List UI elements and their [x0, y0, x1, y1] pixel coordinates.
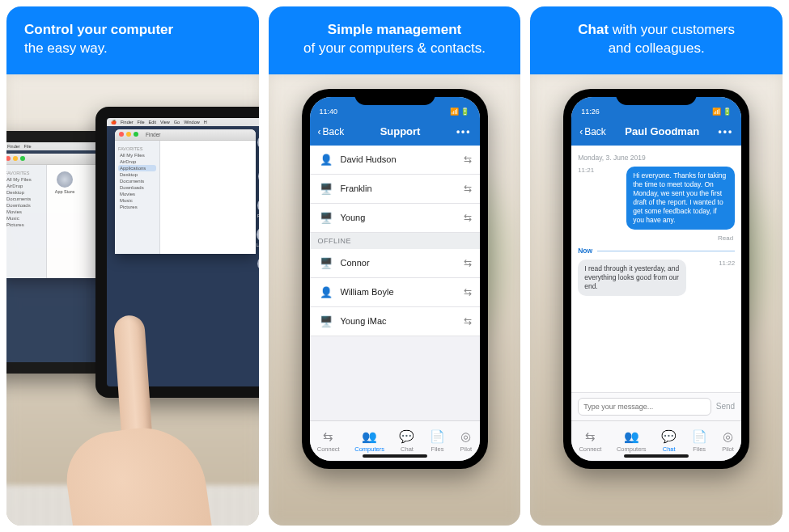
dock-item: Launchpad: [257, 226, 259, 247]
connect-icon: ⇆: [585, 429, 596, 444]
panel-2-body: 11:40 📶 🔋 ‹ Back Support ••• 👤 David Hud…: [269, 74, 521, 526]
message-input[interactable]: [578, 398, 711, 416]
tab-chat[interactable]: 💬Chat: [661, 429, 677, 453]
app-icon: App Store: [53, 171, 76, 194]
tab-connect[interactable]: ⇆Connect: [317, 429, 340, 453]
list-item[interactable]: 👤 William Boyle ⇆: [310, 278, 480, 307]
banner-2-strong: Simple management: [328, 22, 461, 37]
banner-3: Chat with your customers and colleagues.: [530, 6, 783, 74]
out-time: 11:21: [578, 167, 594, 174]
finder-sidebar: FAVORITES All My Files AirDrop Desktop D…: [6, 165, 47, 278]
list-item[interactable]: 🖥️ Franklin ⇆: [310, 175, 480, 204]
pilot-icon: ◎: [460, 429, 471, 444]
close-icon: [119, 132, 124, 137]
offline-header: OFFLINE: [310, 233, 480, 249]
status-time: 11:26: [581, 108, 600, 116]
phone-mock-3: 11:26 📶 🔋 ‹ Back Paul Goodman ••• Monday…: [563, 89, 749, 469]
menubar-front: 🍎 Finder File Edit View Go Window H: [107, 118, 259, 126]
dock-item: FaceTime: [257, 197, 259, 218]
connect-icon[interactable]: ⇆: [464, 183, 472, 194]
more-icon[interactable]: •••: [456, 126, 472, 137]
minimize-icon: [13, 156, 18, 161]
monitor-icon: 🖥️: [318, 255, 334, 271]
finder-window-front: Finder FAVORITES All My Files AirDrop Ap…: [115, 129, 256, 254]
monitor-icon: 🖥️: [318, 209, 334, 226]
message-outgoing: Hi everyone. Thanks for taking the time …: [626, 167, 735, 230]
dock-item: Chess: [258, 168, 259, 189]
tab-computers[interactable]: 👥Computers: [354, 429, 384, 453]
tab-files[interactable]: 📄Files: [430, 429, 445, 453]
send-button[interactable]: Send: [716, 402, 735, 411]
status-icons: 📶 🔋: [450, 108, 470, 116]
pilot-icon: ◎: [723, 429, 733, 444]
minimize-icon: [126, 132, 131, 137]
banner-3-strong: Chat: [578, 22, 609, 37]
status-icons: 📶 🔋: [712, 108, 732, 116]
panel-control: Control your computer the easy way. 🍎 Fi…: [6, 6, 259, 526]
list-item[interactable]: 👤 David Hudson ⇆: [310, 146, 480, 175]
connect-icon[interactable]: ⇆: [464, 286, 472, 298]
computers-icon: 👥: [624, 429, 639, 444]
close-icon: [6, 156, 11, 161]
list-item[interactable]: 🖥️ Young ⇆: [310, 204, 480, 233]
banner-1-rest: the easy way.: [24, 40, 108, 56]
connect-icon[interactable]: ⇆: [464, 154, 472, 165]
chat-area[interactable]: Monday, 3. June 2019 11:21 Hi everyone. …: [571, 146, 741, 392]
status-time: 11:40: [320, 108, 338, 116]
notch: [616, 89, 697, 105]
dock-column: App Store Chess FaceTime Launchpad Photo…: [257, 134, 259, 370]
navbar-title: Support: [380, 125, 421, 137]
monitor-icon: 🖥️: [318, 313, 334, 329]
list-item[interactable]: 🖥️ Connor ⇆: [310, 249, 480, 278]
connect-icon[interactable]: ⇆: [464, 257, 472, 268]
banner-2-rest: of your computers & contacts.: [303, 40, 486, 56]
finder-titlebar-front: Finder: [115, 129, 256, 141]
connect-icon[interactable]: ⇆: [464, 315, 472, 327]
zoom-icon: [134, 132, 138, 137]
chat-icon: 💬: [399, 429, 414, 444]
navbar-title: Paul Goodman: [625, 125, 699, 137]
finder-content-front: [160, 141, 256, 254]
banner-3-rest: and colleagues.: [609, 40, 705, 56]
navbar: ‹ Back Support •••: [310, 118, 480, 146]
computers-icon: 👥: [362, 429, 377, 444]
panel-3-body: 11:26 📶 🔋 ‹ Back Paul Goodman ••• Monday…: [530, 74, 783, 526]
palm: [61, 420, 219, 526]
tab-pilot[interactable]: ◎Pilot: [460, 429, 473, 453]
list-item[interactable]: 🖥️ Young iMac ⇆: [310, 307, 480, 336]
banner-1: Control your computer the easy way.: [6, 6, 259, 74]
more-icon[interactable]: •••: [719, 126, 734, 137]
panel-management: Simple management of your computers & co…: [269, 6, 521, 526]
read-receipt: Read: [578, 234, 733, 242]
panel-1-body: 🍎 Finder File FAVORITES All My Files: [6, 74, 259, 526]
home-indicator: [363, 454, 427, 458]
phone-mock-2: 11:40 📶 🔋 ‹ Back Support ••• 👤 David Hud…: [302, 89, 488, 469]
banner-2: Simple management of your computers & co…: [269, 6, 521, 74]
composer: Send: [571, 392, 741, 420]
navbar: ‹ Back Paul Goodman •••: [571, 118, 741, 146]
in-time: 11:22: [719, 260, 735, 267]
dock-item: Photo Booth: [257, 255, 259, 281]
home-indicator: [624, 454, 689, 458]
person-icon: 👤: [318, 284, 334, 300]
back-button[interactable]: ‹ Back: [579, 126, 606, 137]
banner-1-strong: Control your computer: [24, 22, 173, 37]
dock-item: App Store: [257, 134, 259, 160]
tab-connect[interactable]: ⇆Connect: [579, 429, 601, 453]
files-icon: 📄: [692, 429, 707, 444]
connect-icon[interactable]: ⇆: [464, 212, 472, 223]
tab-files[interactable]: 📄Files: [692, 429, 707, 453]
zoom-icon: [20, 156, 25, 161]
phone-screen-2: 11:40 📶 🔋 ‹ Back Support ••• 👤 David Hud…: [310, 97, 480, 461]
person-icon: 👤: [318, 151, 334, 167]
monitor-icon: 🖥️: [318, 180, 334, 196]
tab-computers[interactable]: 👥Computers: [617, 429, 647, 453]
chevron-left-icon: ‹: [579, 126, 583, 137]
tab-pilot[interactable]: ◎Pilot: [722, 429, 734, 453]
phone-screen-3: 11:26 📶 🔋 ‹ Back Paul Goodman ••• Monday…: [571, 97, 741, 461]
back-button[interactable]: ‹ Back: [318, 126, 345, 137]
date-header: Monday, 3. June 2019: [578, 154, 735, 162]
hand-illustration: [55, 315, 217, 526]
files-icon: 📄: [430, 429, 445, 444]
tab-chat[interactable]: 💬Chat: [399, 429, 414, 453]
